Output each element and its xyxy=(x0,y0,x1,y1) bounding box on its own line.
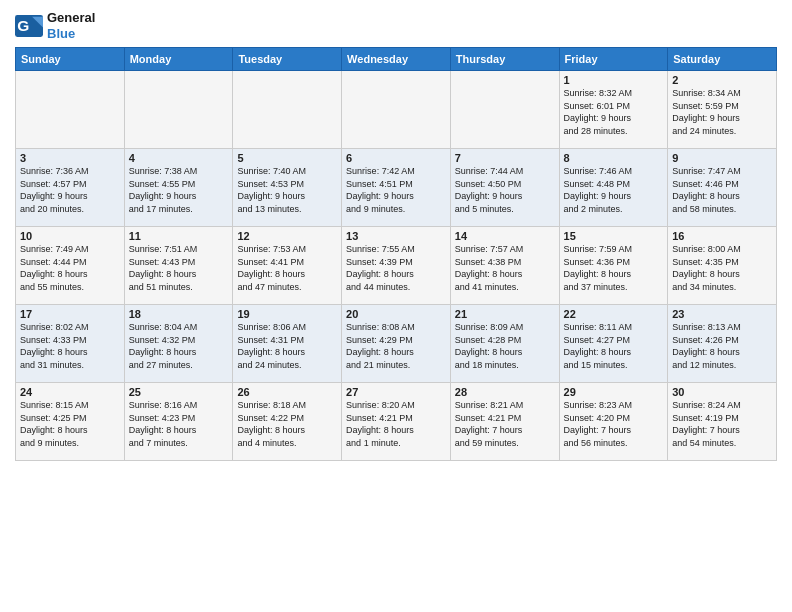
calendar-cell: 18Sunrise: 8:04 AM Sunset: 4:32 PM Dayli… xyxy=(124,305,233,383)
day-number: 23 xyxy=(672,308,772,320)
calendar-cell: 5Sunrise: 7:40 AM Sunset: 4:53 PM Daylig… xyxy=(233,149,342,227)
day-number: 16 xyxy=(672,230,772,242)
svg-text:G: G xyxy=(17,16,29,33)
day-number: 26 xyxy=(237,386,337,398)
day-number: 7 xyxy=(455,152,555,164)
calendar-cell: 16Sunrise: 8:00 AM Sunset: 4:35 PM Dayli… xyxy=(668,227,777,305)
calendar-cell: 30Sunrise: 8:24 AM Sunset: 4:19 PM Dayli… xyxy=(668,383,777,461)
calendar-cell: 14Sunrise: 7:57 AM Sunset: 4:38 PM Dayli… xyxy=(450,227,559,305)
day-info: Sunrise: 7:46 AM Sunset: 4:48 PM Dayligh… xyxy=(564,165,664,215)
day-number: 14 xyxy=(455,230,555,242)
calendar-cell xyxy=(16,71,125,149)
day-number: 8 xyxy=(564,152,664,164)
day-number: 4 xyxy=(129,152,229,164)
calendar-cell: 29Sunrise: 8:23 AM Sunset: 4:20 PM Dayli… xyxy=(559,383,668,461)
day-number: 3 xyxy=(20,152,120,164)
calendar-cell: 2Sunrise: 8:34 AM Sunset: 5:59 PM Daylig… xyxy=(668,71,777,149)
day-number: 9 xyxy=(672,152,772,164)
day-number: 25 xyxy=(129,386,229,398)
day-info: Sunrise: 7:59 AM Sunset: 4:36 PM Dayligh… xyxy=(564,243,664,293)
day-number: 10 xyxy=(20,230,120,242)
calendar-cell xyxy=(450,71,559,149)
calendar-cell: 25Sunrise: 8:16 AM Sunset: 4:23 PM Dayli… xyxy=(124,383,233,461)
week-row-4: 24Sunrise: 8:15 AM Sunset: 4:25 PM Dayli… xyxy=(16,383,777,461)
calendar-cell: 28Sunrise: 8:21 AM Sunset: 4:21 PM Dayli… xyxy=(450,383,559,461)
day-number: 1 xyxy=(564,74,664,86)
calendar-cell: 3Sunrise: 7:36 AM Sunset: 4:57 PM Daylig… xyxy=(16,149,125,227)
logo-text: GeneralBlue xyxy=(47,10,95,41)
day-number: 30 xyxy=(672,386,772,398)
day-number: 24 xyxy=(20,386,120,398)
calendar-cell: 21Sunrise: 8:09 AM Sunset: 4:28 PM Dayli… xyxy=(450,305,559,383)
calendar-cell xyxy=(342,71,451,149)
weekday-header-monday: Monday xyxy=(124,48,233,71)
calendar-cell: 23Sunrise: 8:13 AM Sunset: 4:26 PM Dayli… xyxy=(668,305,777,383)
day-info: Sunrise: 8:21 AM Sunset: 4:21 PM Dayligh… xyxy=(455,399,555,449)
day-number: 22 xyxy=(564,308,664,320)
day-info: Sunrise: 7:42 AM Sunset: 4:51 PM Dayligh… xyxy=(346,165,446,215)
day-info: Sunrise: 8:18 AM Sunset: 4:22 PM Dayligh… xyxy=(237,399,337,449)
calendar-cell: 4Sunrise: 7:38 AM Sunset: 4:55 PM Daylig… xyxy=(124,149,233,227)
day-number: 29 xyxy=(564,386,664,398)
calendar-cell: 9Sunrise: 7:47 AM Sunset: 4:46 PM Daylig… xyxy=(668,149,777,227)
weekday-header-saturday: Saturday xyxy=(668,48,777,71)
day-number: 11 xyxy=(129,230,229,242)
header: G GeneralBlue xyxy=(15,10,777,41)
logo-icon: G xyxy=(15,15,43,37)
calendar-cell: 10Sunrise: 7:49 AM Sunset: 4:44 PM Dayli… xyxy=(16,227,125,305)
calendar-cell: 11Sunrise: 7:51 AM Sunset: 4:43 PM Dayli… xyxy=(124,227,233,305)
day-info: Sunrise: 8:23 AM Sunset: 4:20 PM Dayligh… xyxy=(564,399,664,449)
calendar-cell: 6Sunrise: 7:42 AM Sunset: 4:51 PM Daylig… xyxy=(342,149,451,227)
day-info: Sunrise: 7:44 AM Sunset: 4:50 PM Dayligh… xyxy=(455,165,555,215)
day-info: Sunrise: 7:51 AM Sunset: 4:43 PM Dayligh… xyxy=(129,243,229,293)
weekday-header-sunday: Sunday xyxy=(16,48,125,71)
day-number: 21 xyxy=(455,308,555,320)
day-number: 27 xyxy=(346,386,446,398)
week-row-0: 1Sunrise: 8:32 AM Sunset: 6:01 PM Daylig… xyxy=(16,71,777,149)
week-row-3: 17Sunrise: 8:02 AM Sunset: 4:33 PM Dayli… xyxy=(16,305,777,383)
weekday-header-friday: Friday xyxy=(559,48,668,71)
day-number: 2 xyxy=(672,74,772,86)
day-number: 20 xyxy=(346,308,446,320)
day-number: 17 xyxy=(20,308,120,320)
day-info: Sunrise: 7:55 AM Sunset: 4:39 PM Dayligh… xyxy=(346,243,446,293)
day-info: Sunrise: 8:20 AM Sunset: 4:21 PM Dayligh… xyxy=(346,399,446,449)
day-info: Sunrise: 8:24 AM Sunset: 4:19 PM Dayligh… xyxy=(672,399,772,449)
calendar-table: SundayMondayTuesdayWednesdayThursdayFrid… xyxy=(15,47,777,461)
day-number: 19 xyxy=(237,308,337,320)
calendar-cell: 26Sunrise: 8:18 AM Sunset: 4:22 PM Dayli… xyxy=(233,383,342,461)
calendar-cell: 19Sunrise: 8:06 AM Sunset: 4:31 PM Dayli… xyxy=(233,305,342,383)
weekday-header-thursday: Thursday xyxy=(450,48,559,71)
day-info: Sunrise: 8:11 AM Sunset: 4:27 PM Dayligh… xyxy=(564,321,664,371)
calendar-cell: 17Sunrise: 8:02 AM Sunset: 4:33 PM Dayli… xyxy=(16,305,125,383)
logo: G GeneralBlue xyxy=(15,10,95,41)
weekday-header-wednesday: Wednesday xyxy=(342,48,451,71)
day-number: 5 xyxy=(237,152,337,164)
calendar-cell: 8Sunrise: 7:46 AM Sunset: 4:48 PM Daylig… xyxy=(559,149,668,227)
calendar-cell xyxy=(124,71,233,149)
day-info: Sunrise: 8:02 AM Sunset: 4:33 PM Dayligh… xyxy=(20,321,120,371)
day-info: Sunrise: 7:36 AM Sunset: 4:57 PM Dayligh… xyxy=(20,165,120,215)
calendar-cell: 12Sunrise: 7:53 AM Sunset: 4:41 PM Dayli… xyxy=(233,227,342,305)
day-info: Sunrise: 7:57 AM Sunset: 4:38 PM Dayligh… xyxy=(455,243,555,293)
day-info: Sunrise: 7:53 AM Sunset: 4:41 PM Dayligh… xyxy=(237,243,337,293)
week-row-1: 3Sunrise: 7:36 AM Sunset: 4:57 PM Daylig… xyxy=(16,149,777,227)
day-info: Sunrise: 8:04 AM Sunset: 4:32 PM Dayligh… xyxy=(129,321,229,371)
day-info: Sunrise: 8:00 AM Sunset: 4:35 PM Dayligh… xyxy=(672,243,772,293)
day-info: Sunrise: 8:15 AM Sunset: 4:25 PM Dayligh… xyxy=(20,399,120,449)
calendar-cell xyxy=(233,71,342,149)
day-number: 18 xyxy=(129,308,229,320)
calendar-cell: 13Sunrise: 7:55 AM Sunset: 4:39 PM Dayli… xyxy=(342,227,451,305)
day-info: Sunrise: 8:13 AM Sunset: 4:26 PM Dayligh… xyxy=(672,321,772,371)
day-info: Sunrise: 8:34 AM Sunset: 5:59 PM Dayligh… xyxy=(672,87,772,137)
day-number: 13 xyxy=(346,230,446,242)
day-number: 6 xyxy=(346,152,446,164)
day-info: Sunrise: 7:40 AM Sunset: 4:53 PM Dayligh… xyxy=(237,165,337,215)
calendar-cell: 7Sunrise: 7:44 AM Sunset: 4:50 PM Daylig… xyxy=(450,149,559,227)
weekday-header-tuesday: Tuesday xyxy=(233,48,342,71)
calendar-cell: 22Sunrise: 8:11 AM Sunset: 4:27 PM Dayli… xyxy=(559,305,668,383)
calendar-cell: 1Sunrise: 8:32 AM Sunset: 6:01 PM Daylig… xyxy=(559,71,668,149)
calendar-cell: 27Sunrise: 8:20 AM Sunset: 4:21 PM Dayli… xyxy=(342,383,451,461)
day-number: 28 xyxy=(455,386,555,398)
day-info: Sunrise: 8:06 AM Sunset: 4:31 PM Dayligh… xyxy=(237,321,337,371)
